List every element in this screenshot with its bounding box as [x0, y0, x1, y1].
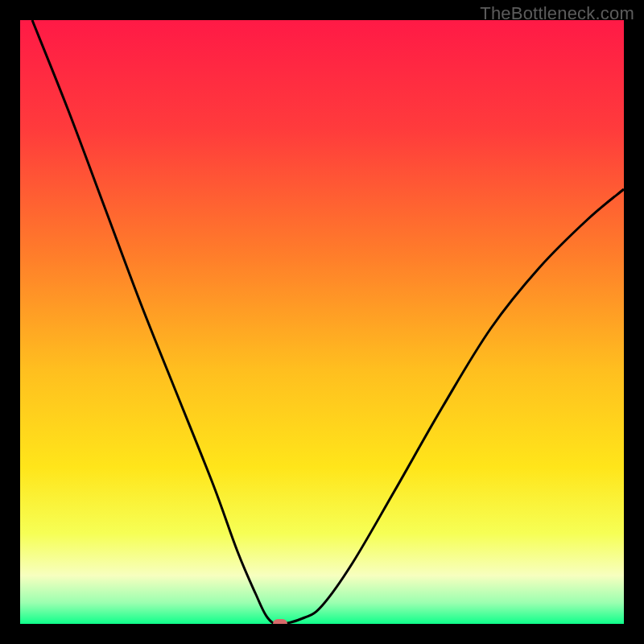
plot-area — [20, 20, 624, 624]
curve-layer — [20, 20, 624, 624]
bottleneck-curve — [32, 20, 624, 624]
optimal-marker — [273, 619, 287, 624]
watermark-text: TheBottleneck.com — [480, 3, 634, 24]
plot-frame — [20, 20, 624, 624]
